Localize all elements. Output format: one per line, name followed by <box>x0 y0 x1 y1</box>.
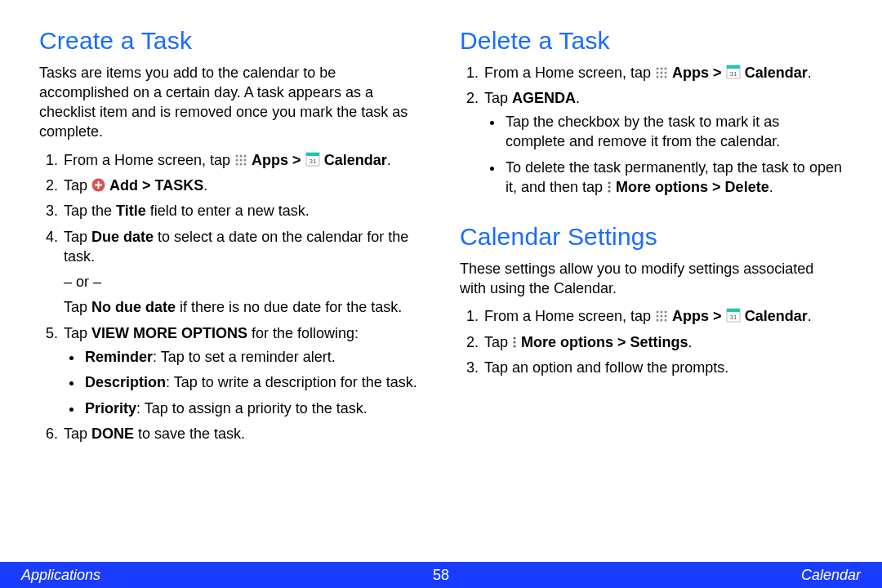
svg-point-3 <box>236 158 238 161</box>
calendar-label: Calendar <box>745 65 808 81</box>
agenda-label: AGENDA <box>512 90 576 106</box>
svg-point-28 <box>608 185 610 188</box>
more-options-settings-label: More options > Settings <box>521 334 688 350</box>
text: . <box>688 334 693 350</box>
text: : Tap to assign a priority to the task. <box>136 400 368 416</box>
svg-point-29 <box>608 189 610 192</box>
svg-point-0 <box>236 154 238 157</box>
list-item: Reminder: Tap to set a reminder alert. <box>83 347 422 367</box>
text: > <box>713 65 726 81</box>
svg-point-4 <box>240 158 243 161</box>
text: : Tap to write a description for the tas… <box>166 374 417 390</box>
reminder-label: Reminder <box>85 349 153 365</box>
tasks-label: TASKS <box>155 177 204 194</box>
svg-point-43 <box>513 341 515 343</box>
apps-label: Apps <box>252 152 288 168</box>
done-label: DONE <box>91 425 134 442</box>
svg-text:31: 31 <box>309 158 316 165</box>
list-item: Description: Tap to write a description … <box>83 372 422 392</box>
calendar-label: Calendar <box>324 152 387 168</box>
text: . <box>808 65 812 81</box>
apps-label: Apps <box>672 308 709 324</box>
text: . <box>769 179 773 195</box>
list-item: From a Home screen, tap Apps > 31 Calend… <box>483 306 843 326</box>
list-item: Tap DONE to save the task. <box>62 424 422 443</box>
svg-point-8 <box>244 163 247 165</box>
text: . <box>203 177 207 194</box>
list-item: Tap the checkbox by the task to mark it … <box>504 112 843 152</box>
text: if there is no due date for the task. <box>176 299 402 315</box>
svg-point-32 <box>665 311 667 314</box>
list-item: Tap the Title field to enter a new task. <box>62 201 422 220</box>
calendar-settings-steps: From a Home screen, tap Apps > 31 Calend… <box>460 306 843 377</box>
no-due-date-label: No due date <box>91 299 176 315</box>
text: From a Home screen, tap <box>484 65 655 81</box>
svg-point-34 <box>661 315 663 318</box>
text: Tap <box>64 425 91 442</box>
text: for the following: <box>247 325 359 341</box>
text: Tap <box>64 177 91 194</box>
list-item: Tap More options > Settings. <box>483 332 843 352</box>
or-divider: – or – <box>64 272 422 292</box>
svg-point-6 <box>236 163 238 165</box>
due-date-label: Due date <box>91 229 154 245</box>
text: From a Home screen, tap <box>484 308 655 324</box>
svg-rect-25 <box>727 65 740 69</box>
text: Tap <box>484 90 512 106</box>
more-options-icon <box>607 180 612 194</box>
right-column: Delete a Task From a Home screen, tap Ap… <box>460 24 843 562</box>
title-label: Title <box>116 203 146 219</box>
list-item: Tap Due date to select a date on the cal… <box>62 227 422 318</box>
list-item: Tap AGENDA. Tap the checkbox by the task… <box>483 88 843 197</box>
svg-point-37 <box>661 319 663 322</box>
text: to save the task. <box>134 425 245 442</box>
add-circle-icon <box>91 178 105 192</box>
svg-point-33 <box>657 315 659 318</box>
intro-create-task: Tasks are items you add to the calendar … <box>39 63 422 142</box>
svg-point-38 <box>665 319 667 322</box>
text: . <box>576 90 580 106</box>
more-options-delete-label: More options > Delete <box>616 179 769 195</box>
description-label: Description <box>85 374 166 390</box>
svg-point-36 <box>657 319 659 322</box>
page-footer: Applications 58 Calendar <box>0 562 882 588</box>
apps-grid-icon <box>234 154 247 167</box>
apps-label: Apps <box>672 65 709 81</box>
delete-bullets: Tap the checkbox by the task to mark it … <box>484 112 843 197</box>
intro-calendar-settings: These settings allow you to modify setti… <box>460 259 843 299</box>
svg-point-15 <box>657 67 659 69</box>
svg-rect-10 <box>306 153 319 156</box>
svg-rect-14 <box>95 184 102 185</box>
svg-point-20 <box>665 71 667 74</box>
calendar-label: Calendar <box>745 308 808 324</box>
list-item: Tap an option and follow the prompts. <box>483 358 843 377</box>
text: From a Home screen, tap <box>64 152 234 168</box>
text: Tap <box>484 334 512 350</box>
list-item: Tap VIEW MORE OPTIONS for the following:… <box>62 323 422 418</box>
add-label: Add > <box>109 177 151 194</box>
priority-label: Priority <box>85 400 136 416</box>
list-item: Priority: Tap to assign a priority to th… <box>83 399 422 418</box>
svg-text:31: 31 <box>729 314 737 321</box>
text: Tap <box>64 325 91 341</box>
svg-point-30 <box>657 311 659 314</box>
text: Tap <box>64 229 91 245</box>
list-item: From a Home screen, tap Apps > 31 Calend… <box>62 150 422 170</box>
list-item: From a Home screen, tap Apps > 31 Calend… <box>483 63 843 82</box>
svg-point-2 <box>244 154 247 157</box>
text: : Tap to set a reminder alert. <box>153 349 336 365</box>
text: . <box>808 308 812 324</box>
svg-point-44 <box>513 345 515 347</box>
apps-grid-icon <box>655 310 668 323</box>
heading-create-task: Create a Task <box>39 24 422 58</box>
create-task-steps: From a Home screen, tap Apps > 31 Calend… <box>39 150 422 444</box>
svg-rect-40 <box>727 309 740 312</box>
calendar-31-icon: 31 <box>726 308 741 323</box>
text: > <box>713 308 726 324</box>
list-item: Tap Add > TASKS. <box>62 176 422 195</box>
svg-point-22 <box>661 75 663 78</box>
text: . <box>387 152 391 168</box>
text: > <box>292 152 305 168</box>
svg-point-18 <box>657 71 659 74</box>
svg-point-27 <box>608 181 610 184</box>
